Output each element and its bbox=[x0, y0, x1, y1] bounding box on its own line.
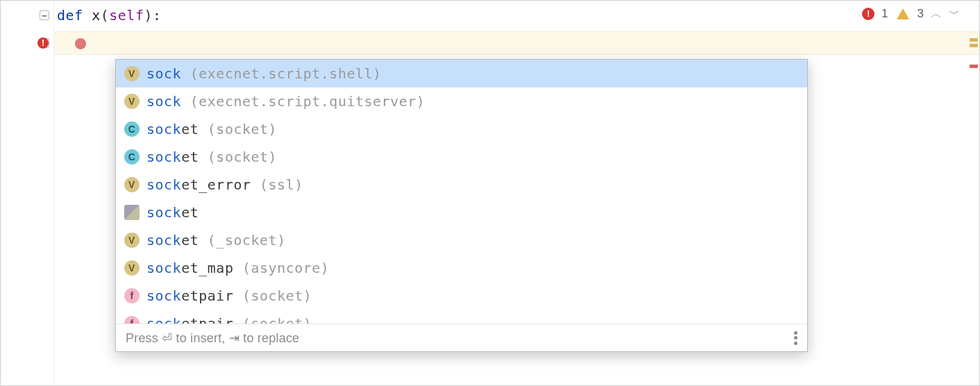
inspection-widget[interactable]: 1 3 ︿ ﹀ bbox=[862, 5, 960, 23]
code-line-2-current[interactable]: s = sock bbox=[54, 31, 979, 55]
completion-text: socket_error (ssl) bbox=[146, 176, 303, 193]
error-count: 1 bbox=[881, 7, 888, 21]
completion-item[interactable]: Csocket (socket) bbox=[116, 143, 807, 171]
parameter: self bbox=[109, 7, 144, 24]
intention-bulb-icon[interactable] bbox=[75, 38, 86, 49]
completion-text: socket bbox=[146, 204, 198, 221]
function-name: x bbox=[92, 7, 101, 24]
kind-badge-icon: C bbox=[124, 149, 140, 165]
completion-text: socket (socket) bbox=[146, 121, 277, 137]
completion-item[interactable]: Vsocket_map (asyncore) bbox=[116, 254, 807, 282]
python-file-icon bbox=[124, 205, 140, 220]
more-icon[interactable] bbox=[794, 331, 797, 345]
kind-badge-icon: f bbox=[124, 288, 140, 303]
editor-frame: def x(self): s = sock 1 3 ︿ ﹀ Vsock (exe… bbox=[0, 0, 980, 386]
fold-handle-icon[interactable] bbox=[40, 10, 49, 20]
code-line-1[interactable]: def x(self): bbox=[54, 3, 979, 27]
chevron-down-icon[interactable]: ﹀ bbox=[949, 7, 960, 22]
gutter-line-1 bbox=[1, 3, 53, 27]
footer-hint: Press ⏎ to insert, ⇥ to replace bbox=[126, 330, 299, 346]
completion-item[interactable]: fsocketpair (socket) bbox=[116, 282, 807, 310]
error-icon[interactable] bbox=[862, 8, 875, 20]
kind-badge-icon: V bbox=[124, 260, 140, 276]
completion-item[interactable]: Vsocket_error (ssl) bbox=[116, 171, 807, 199]
completion-item[interactable]: socket bbox=[116, 199, 807, 226]
warning-icon[interactable] bbox=[897, 8, 909, 19]
completion-text: sock (execnet.script.shell) bbox=[146, 65, 382, 82]
completion-popup: Vsock (execnet.script.shell)Vsock (execn… bbox=[115, 59, 808, 352]
completion-item[interactable]: Vsock (execnet.script.quitserver) bbox=[116, 87, 807, 115]
marker-warning[interactable] bbox=[970, 44, 978, 47]
marker-warning[interactable] bbox=[970, 38, 978, 42]
completion-text: socketpair (socket) bbox=[146, 315, 312, 324]
completion-text: socketpair (socket) bbox=[146, 287, 312, 304]
completion-item[interactable]: Csocket (socket) bbox=[116, 115, 807, 143]
completion-text: socket (_socket) bbox=[146, 232, 286, 249]
gutter-error-icon[interactable] bbox=[37, 37, 53, 49]
gutter bbox=[1, 1, 54, 385]
completion-text: sock (execnet.script.quitserver) bbox=[146, 93, 425, 110]
kind-badge-icon: V bbox=[124, 66, 140, 81]
warning-count: 3 bbox=[918, 7, 924, 21]
chevron-up-icon[interactable]: ︿ bbox=[931, 7, 942, 22]
completion-item[interactable]: fsocketpair (socket) bbox=[116, 310, 807, 324]
completion-item[interactable]: Vsocket (_socket) bbox=[116, 226, 807, 254]
completion-text: socket (socket) bbox=[146, 149, 277, 165]
keyword-def: def bbox=[57, 7, 92, 24]
kind-badge-icon: V bbox=[124, 94, 140, 109]
completion-list[interactable]: Vsock (execnet.script.shell)Vsock (execn… bbox=[116, 60, 807, 324]
scrollbar-markers bbox=[968, 1, 978, 385]
completion-footer: Press ⏎ to insert, ⇥ to replace bbox=[116, 324, 807, 351]
kind-badge-icon: C bbox=[124, 121, 140, 137]
completion-item[interactable]: Vsock (execnet.script.shell) bbox=[116, 60, 807, 87]
kind-badge-icon: f bbox=[124, 316, 140, 324]
kind-badge-icon: V bbox=[124, 177, 140, 192]
kind-badge-icon: V bbox=[124, 233, 140, 248]
completion-text: socket_map (asyncore) bbox=[146, 260, 329, 276]
marker-error[interactable] bbox=[970, 65, 978, 68]
